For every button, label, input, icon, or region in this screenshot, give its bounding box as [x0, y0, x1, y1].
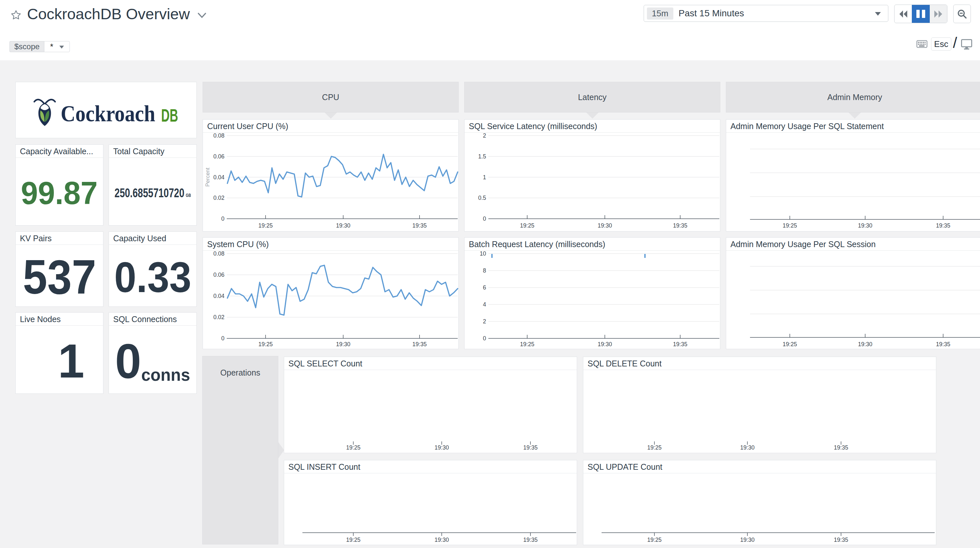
svg-text:19:30: 19:30	[858, 222, 872, 229]
svg-text:19:30: 19:30	[858, 341, 872, 348]
svg-text:2: 2	[483, 318, 486, 325]
svg-text:19:35: 19:35	[412, 222, 427, 229]
svg-text:0.02: 0.02	[213, 314, 224, 321]
svg-text:Cockroach: Cockroach	[60, 101, 155, 126]
svg-text:0: 0	[221, 335, 224, 342]
svg-text:0.08: 0.08	[213, 132, 224, 139]
svg-text:19:35: 19:35	[412, 341, 427, 348]
svg-text:19:25: 19:25	[258, 341, 273, 348]
svg-text:0: 0	[221, 216, 224, 222]
svg-text:0.5: 0.5	[478, 195, 486, 201]
svg-text:0.08: 0.08	[213, 250, 224, 257]
svg-text:19:30: 19:30	[434, 444, 449, 451]
svg-text:0.06: 0.06	[213, 153, 224, 160]
svg-text:19:35: 19:35	[523, 537, 538, 543]
svg-text:19:30: 19:30	[598, 341, 612, 348]
svg-text:10: 10	[480, 250, 487, 257]
svg-text:19:25: 19:25	[520, 222, 535, 229]
svg-text:19:30: 19:30	[740, 537, 754, 543]
svg-text:19:25: 19:25	[647, 444, 662, 451]
svg-text:19:25: 19:25	[346, 537, 361, 543]
svg-text:19:35: 19:35	[673, 341, 687, 348]
svg-text:Percent: Percent	[205, 168, 211, 187]
svg-text:19:30: 19:30	[740, 444, 754, 451]
svg-text:DB: DB	[161, 105, 178, 125]
svg-text:2: 2	[483, 132, 486, 139]
svg-text:19:35: 19:35	[936, 341, 950, 348]
svg-text:0.04: 0.04	[213, 293, 224, 299]
svg-text:0: 0	[483, 216, 486, 222]
svg-text:6: 6	[483, 284, 486, 291]
svg-text:8: 8	[483, 267, 486, 274]
svg-text:19:35: 19:35	[834, 444, 848, 451]
svg-text:0.04: 0.04	[213, 174, 224, 181]
svg-text:19:25: 19:25	[520, 341, 535, 348]
svg-text:4: 4	[483, 301, 486, 308]
svg-text:19:35: 19:35	[673, 222, 687, 229]
svg-text:19:25: 19:25	[783, 222, 797, 229]
svg-text:19:30: 19:30	[434, 537, 449, 543]
svg-text:0.06: 0.06	[213, 272, 224, 278]
svg-text:19:25: 19:25	[647, 537, 662, 543]
svg-text:0.02: 0.02	[213, 195, 224, 201]
svg-text:19:35: 19:35	[523, 444, 538, 451]
svg-text:19:30: 19:30	[336, 341, 350, 348]
svg-text:19:25: 19:25	[346, 444, 361, 451]
svg-text:1.5: 1.5	[478, 153, 486, 160]
svg-text:19:35: 19:35	[834, 537, 848, 543]
svg-text:19:25: 19:25	[783, 341, 797, 348]
svg-text:19:30: 19:30	[336, 222, 350, 229]
svg-text:0: 0	[483, 335, 486, 342]
svg-text:19:25: 19:25	[258, 222, 273, 229]
svg-text:19:30: 19:30	[598, 222, 612, 229]
svg-text:19:35: 19:35	[936, 222, 950, 229]
svg-text:1: 1	[483, 174, 486, 181]
